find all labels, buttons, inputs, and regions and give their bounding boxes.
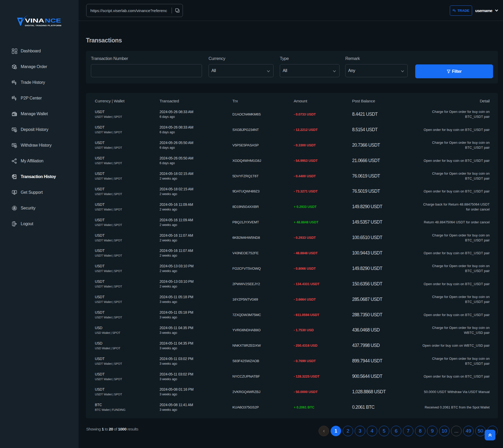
svg-text:NCE: NCE xyxy=(45,18,61,24)
svg-text:VINA: VINA xyxy=(25,18,44,24)
svg-text:DIGITAL TRADING PLATFORM: DIGITAL TRADING PLATFORM xyxy=(25,24,61,27)
